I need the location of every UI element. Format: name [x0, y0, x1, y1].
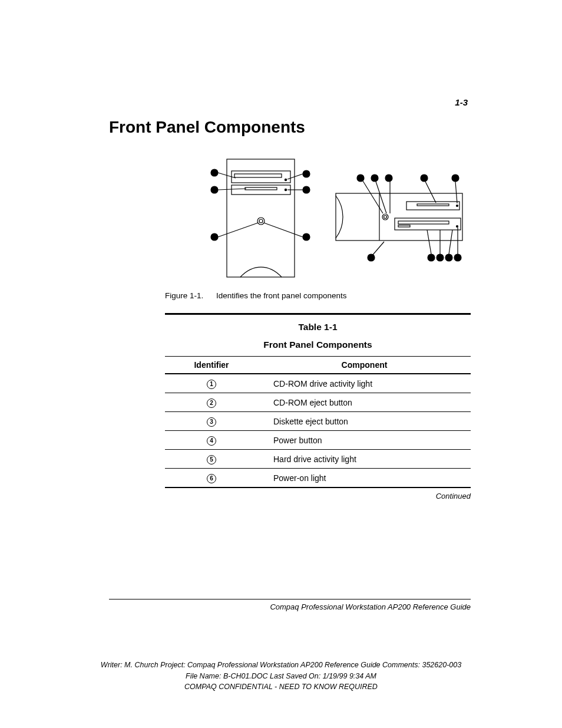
- svg-line-12: [218, 189, 246, 190]
- svg-point-17: [303, 186, 310, 193]
- document-page: 1-3 Front Panel Components: [0, 0, 562, 728]
- table-row: 2CD-ROM eject button: [165, 393, 471, 412]
- footer-metadata: Writer: M. Church Project: Compaq Profes…: [0, 660, 562, 693]
- section-heading: Front Panel Components: [109, 118, 471, 137]
- svg-point-48: [445, 254, 452, 261]
- svg-line-20: [264, 223, 303, 237]
- figure-label: Figure 1-1.: [165, 291, 203, 300]
- svg-rect-26: [417, 204, 449, 206]
- svg-point-24: [384, 216, 386, 219]
- svg-line-14: [218, 223, 258, 237]
- page-number: 1-3: [455, 97, 468, 107]
- svg-point-34: [371, 174, 378, 182]
- svg-line-16: [287, 174, 303, 179]
- identifier-badge: 5: [207, 455, 216, 465]
- identifier-badge: 3: [207, 417, 216, 427]
- svg-rect-5: [245, 187, 277, 190]
- svg-point-3: [285, 179, 286, 180]
- svg-point-40: [452, 174, 459, 182]
- table-1-1: Table 1-1 Front Panel Components Identif…: [165, 313, 471, 500]
- component-cell: CD-ROM eject button: [258, 393, 471, 412]
- footer-line-2: File Name: B-CH01.DOC Last Saved On: 1/1…: [0, 671, 562, 682]
- component-cell: CD-ROM drive activity light: [258, 374, 471, 393]
- footer-guide-title: Compaq Professional Workstation AP200 Re…: [270, 602, 471, 611]
- svg-point-15: [303, 170, 310, 177]
- svg-point-23: [382, 214, 388, 220]
- figure-caption-text: Identifies the front panel components: [216, 291, 346, 300]
- svg-rect-2: [234, 174, 282, 177]
- identifier-badge: 6: [207, 474, 216, 483]
- svg-line-41: [455, 182, 457, 203]
- identifier-badge: 4: [207, 436, 216, 446]
- svg-point-32: [357, 174, 364, 182]
- footer-line-3: COMPAQ CONFIDENTIAL - NEED TO KNOW REQUI…: [0, 681, 562, 693]
- svg-line-39: [425, 182, 436, 203]
- svg-point-19: [303, 233, 310, 241]
- svg-line-49: [449, 230, 452, 254]
- col-component: Component: [258, 357, 471, 374]
- component-cell: Power-on light: [258, 469, 471, 488]
- svg-rect-0: [227, 159, 295, 277]
- svg-point-36: [385, 174, 392, 182]
- svg-line-35: [376, 182, 386, 213]
- col-identifier: Identifier: [165, 357, 258, 374]
- identifier-badge: 2: [207, 398, 216, 408]
- svg-point-46: [437, 254, 444, 261]
- svg-rect-30: [398, 225, 410, 227]
- table-number: Table 1-1: [165, 322, 471, 332]
- svg-point-31: [456, 226, 458, 228]
- svg-line-45: [427, 230, 431, 254]
- component-cell: Power button: [258, 431, 471, 450]
- continued-label: Continued: [165, 492, 471, 500]
- svg-point-6: [285, 189, 286, 190]
- svg-point-7: [257, 218, 265, 225]
- svg-point-50: [454, 254, 461, 261]
- svg-rect-29: [398, 221, 449, 224]
- svg-point-38: [421, 174, 428, 182]
- front-panel-diagram: [171, 154, 465, 282]
- table-row: 6Power-on light: [165, 469, 471, 488]
- svg-point-8: [259, 219, 263, 223]
- table-row: 3Diskette eject button: [165, 412, 471, 431]
- components-table: Identifier Component 1CD-ROM drive activ…: [165, 356, 471, 488]
- svg-point-42: [368, 254, 375, 261]
- component-cell: Hard drive activity light: [258, 450, 471, 469]
- table-row: 5Hard drive activity light: [165, 450, 471, 469]
- svg-line-43: [373, 242, 384, 255]
- figure-1-1: [165, 154, 471, 282]
- table-title: Front Panel Components: [165, 340, 471, 350]
- table-row: 1CD-ROM drive activity light: [165, 374, 471, 393]
- footer-rule: [109, 599, 471, 599]
- footer-line-1: Writer: M. Church Project: Compaq Profes…: [0, 660, 562, 671]
- svg-point-44: [428, 254, 435, 261]
- svg-point-13: [211, 233, 218, 241]
- svg-rect-21: [336, 193, 462, 241]
- figure-caption: Figure 1-1. Identifies the front panel c…: [165, 291, 471, 300]
- component-cell: Diskette eject button: [258, 412, 471, 431]
- svg-point-27: [456, 205, 458, 207]
- svg-point-11: [211, 186, 218, 193]
- svg-point-9: [211, 169, 218, 176]
- table-row: 4Power button: [165, 431, 471, 450]
- identifier-badge: 1: [207, 380, 216, 389]
- svg-line-33: [363, 181, 383, 213]
